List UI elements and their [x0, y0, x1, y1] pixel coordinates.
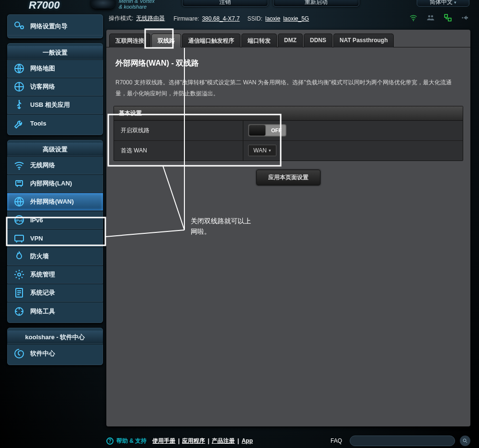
general-item-0[interactable]: 网络地图: [7, 59, 103, 78]
page-title: 外部网络(WAN) - 双线路: [115, 58, 463, 69]
advanced-item-2[interactable]: 外部网络(WAN): [7, 193, 103, 211]
language-select[interactable]: 简体中文: [417, 0, 469, 7]
basic-settings-header: 基本设置: [114, 106, 463, 121]
wizard-panel: 网络设置向导: [7, 14, 103, 38]
general-item-label-1: 访客网络: [30, 82, 55, 91]
tab-4[interactable]: DMZ: [278, 34, 303, 47]
general-item-label-3: Tools: [30, 120, 46, 127]
wan-icon: [13, 195, 25, 208]
wifi-icon: [13, 159, 25, 172]
footer-link-0[interactable]: 使用手册: [152, 437, 175, 444]
svg-point-8: [19, 100, 20, 102]
faq-search-input[interactable]: [350, 436, 455, 446]
advanced-item-0[interactable]: 无线网络: [7, 156, 103, 174]
advanced-item-label-8: 网络工具: [30, 307, 55, 316]
svg-rect-2: [448, 18, 451, 21]
basic-settings-box: 基本设置 开启双线路 OFF 首选 WAN WAN: [114, 106, 463, 161]
svg-point-9: [19, 169, 20, 170]
advanced-item-label-3: IPv6: [30, 217, 43, 224]
faq-label: FAQ: [331, 437, 342, 444]
tab-6[interactable]: NAT Passthrough: [333, 34, 394, 47]
toggle-state-label: OFF: [266, 127, 286, 133]
wizard-icon: [13, 20, 25, 33]
ipv6-icon: IPv6: [13, 214, 25, 226]
wrench-icon: [13, 117, 25, 130]
gear-icon: [13, 268, 25, 281]
clients-status-icon[interactable]: [426, 13, 435, 22]
header: R7000 Merlin & Vortex& koolshare 注销 重新启动…: [0, 0, 479, 11]
general-item-2[interactable]: USB 相关应用: [7, 96, 103, 114]
footer-links: 使用手册 | 应用程序 | 产品注册 | App: [151, 437, 253, 445]
koolshare-section-title: koolshare - 软件中心: [7, 331, 103, 344]
koolshare-item-label-0: 软件中心: [30, 349, 55, 358]
primary-wan-select[interactable]: WAN: [248, 145, 276, 156]
koolshare-item-0[interactable]: 软件中心: [7, 344, 103, 362]
general-panel: 一般设置 网络地图访客网络USB 相关应用Tools: [7, 43, 103, 135]
advanced-item-4[interactable]: VPN: [7, 229, 103, 247]
footer-link-3[interactable]: App: [241, 437, 252, 444]
help-link[interactable]: ? 帮助 & 支持: [106, 437, 147, 445]
status-icons: [409, 13, 469, 22]
firewall-icon: [13, 250, 25, 263]
svg-rect-1: [445, 14, 447, 17]
mode-value-link[interactable]: 无线路由器: [136, 14, 165, 23]
globe-icon: [13, 62, 25, 75]
lan-icon: [13, 177, 25, 190]
advanced-section-title: 高级设置: [7, 143, 103, 156]
ssid2-link[interactable]: laoxie_5G: [283, 15, 309, 22]
primary-wan-row: 首选 WAN WAN: [114, 141, 463, 161]
network-setup-wizard[interactable]: 网络设置向导: [7, 17, 103, 35]
general-item-3[interactable]: Tools: [7, 114, 103, 132]
firmware-value-link[interactable]: 380.68_4-X7.7: [202, 15, 240, 22]
tab-5[interactable]: DDNS: [304, 34, 332, 47]
advanced-item-8[interactable]: 网络工具: [7, 302, 103, 320]
svg-rect-14: [15, 235, 23, 241]
footer: ? 帮助 & 支持 使用手册 | 应用程序 | 产品注册 | App FAQ: [106, 436, 470, 446]
footer-link-2[interactable]: 产品注册: [212, 437, 235, 444]
svg-point-4: [15, 22, 20, 27]
advanced-item-label-0: 无线网络: [30, 161, 55, 170]
firmware-subtitle: Merlin & Vortex& koolshare: [119, 0, 155, 10]
tab-0[interactable]: 互联网连接: [109, 34, 150, 47]
annotation-text: 关闭双线路就可以上 网啦。: [191, 216, 251, 237]
tab-bar: 互联网连接双线路通信端口触发程序端口转发DMZDDNSNAT Passthrou…: [106, 30, 470, 47]
ssid-label: SSID:: [247, 15, 262, 22]
model-label: R7000: [29, 0, 60, 11]
main-content: 互联网连接双线路通信端口触发程序端口转发DMZDDNSNAT Passthrou…: [106, 30, 470, 426]
general-item-1[interactable]: 访客网络: [7, 78, 103, 96]
advanced-item-7[interactable]: 系统记录: [7, 284, 103, 302]
firmware-label: Firmware:: [173, 15, 199, 22]
globe-g-icon: [13, 80, 25, 93]
svg-point-15: [18, 273, 21, 276]
general-item-label-0: 网络地图: [30, 64, 55, 73]
tab-3[interactable]: 端口转发: [241, 34, 277, 47]
usb-icon: [13, 99, 25, 111]
advanced-item-5[interactable]: 防火墙: [7, 247, 103, 265]
toggle-knob: [249, 125, 265, 136]
usb-status-icon[interactable]: [461, 13, 469, 22]
general-section-title: 一般设置: [7, 46, 103, 59]
advanced-item-6[interactable]: 系统管理: [7, 265, 103, 284]
advanced-item-label-7: 系统记录: [30, 288, 55, 297]
advanced-item-1[interactable]: 内部网络(LAN): [7, 174, 103, 193]
advanced-item-3[interactable]: IPv6IPv6: [7, 211, 103, 229]
svg-point-3: [462, 17, 463, 19]
ssid1-link[interactable]: laoxie: [265, 15, 280, 22]
log-icon: [13, 287, 25, 299]
enable-dualwan-toggle[interactable]: OFF: [248, 124, 286, 137]
page-description: R7000 支持双线路。选择"故障转移"模式设定第二 WAN 为备用网络。选择"…: [115, 77, 461, 99]
svg-text:IPv6: IPv6: [15, 218, 23, 223]
advanced-panel: 高级设置 无线网络内部网络(LAN)外部网络(WAN)IPv6IPv6VPN防火…: [7, 140, 103, 323]
tab-1[interactable]: 双线路: [151, 34, 181, 47]
reboot-button[interactable]: 重新启动: [273, 0, 359, 7]
tab-2[interactable]: 通信端口触发程序: [182, 34, 240, 47]
advanced-item-label-5: 防火墙: [30, 252, 49, 261]
wifi-status-icon[interactable]: [409, 13, 418, 22]
footer-link-1[interactable]: 应用程序: [182, 437, 205, 444]
faq-search-button[interactable]: [460, 436, 470, 446]
logout-button[interactable]: 注销: [182, 0, 268, 7]
apply-button[interactable]: 应用本页面设置: [256, 170, 320, 185]
lan-status-icon[interactable]: [444, 13, 452, 22]
help-icon: ?: [106, 437, 114, 445]
tools-icon: [13, 305, 25, 318]
